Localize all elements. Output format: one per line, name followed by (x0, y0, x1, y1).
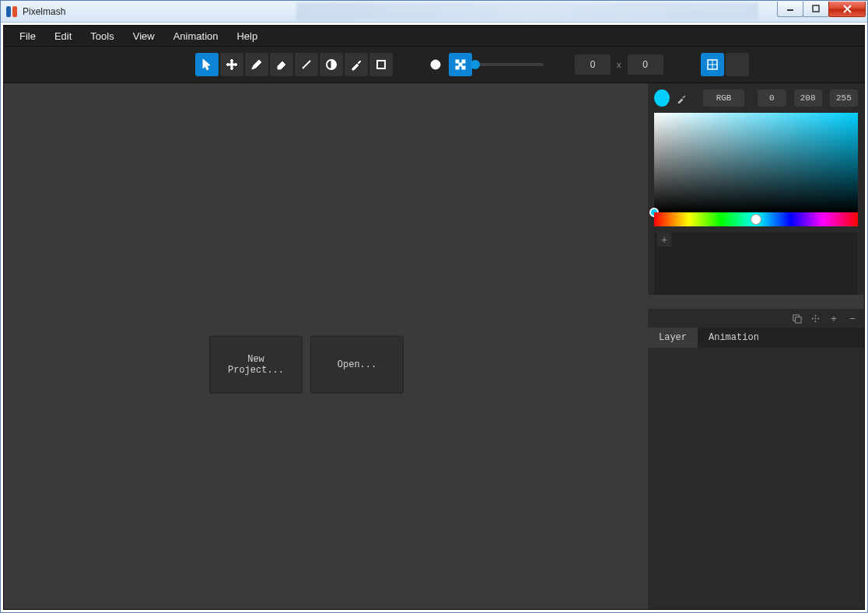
svg-point-20 (811, 317, 813, 319)
panel-gap (648, 295, 864, 309)
hue-slider[interactable] (654, 212, 858, 226)
brush-shape-group (424, 53, 544, 76)
layer-panel-body (648, 348, 864, 609)
svg-rect-0 (6, 6, 11, 17)
grid-toggle[interactable] (701, 53, 724, 76)
brush-size-knob[interactable] (471, 60, 480, 69)
app-frame: File Edit Tools View Animation Help (3, 25, 865, 610)
swatch-palette: + (654, 233, 858, 295)
brush-size-slider[interactable] (474, 63, 544, 66)
eyedropper-icon[interactable] (674, 89, 690, 107)
menu-file[interactable]: File (12, 28, 44, 44)
workspace: New Project... Open... RGB 0 (4, 83, 864, 609)
svg-rect-3 (813, 5, 819, 12)
tool-eraser[interactable] (270, 53, 293, 76)
menu-view[interactable]: View (125, 28, 163, 44)
svg-line-6 (303, 61, 310, 68)
right-panel: RGB 0 208 255 + (648, 83, 864, 609)
add-swatch-button[interactable]: + (657, 233, 671, 247)
titlebar-glass-backdrop (296, 2, 758, 20)
canvas-size-separator: x (615, 60, 623, 69)
canvas-size-group: 0 x 0 (575, 54, 663, 75)
svg-rect-19 (795, 317, 800, 322)
brush-shape-pixel[interactable] (449, 53, 472, 76)
tool-bucket[interactable] (320, 53, 343, 76)
svg-point-21 (814, 317, 816, 319)
svg-point-9 (431, 60, 440, 69)
brush-shape-circle[interactable] (424, 53, 447, 76)
window-title: Pixelmash (23, 6, 65, 17)
menubar: File Edit Tools View Animation Help (4, 26, 864, 46)
color-g-value[interactable]: 208 (794, 89, 822, 107)
canvas-height-input[interactable]: 0 (628, 54, 663, 75)
tool-line[interactable] (295, 53, 318, 76)
color-r-value[interactable]: 0 (758, 89, 786, 107)
panel-tabs: Layer Animation (648, 328, 864, 348)
svg-point-23 (814, 314, 816, 316)
menu-help[interactable]: Help (229, 28, 265, 44)
window: Pixelmash File Edit Tools View Animation… (0, 0, 868, 613)
tool-move[interactable] (220, 53, 243, 76)
svg-point-22 (817, 317, 819, 319)
tool-picker[interactable] (345, 53, 368, 76)
current-color-swatch[interactable] (654, 89, 670, 107)
titlebar: Pixelmash (1, 1, 867, 23)
tool-marquee[interactable] (369, 53, 393, 76)
color-b-value[interactable]: 255 (830, 89, 858, 107)
tab-layer[interactable]: Layer (648, 328, 698, 348)
svg-rect-11 (462, 60, 465, 63)
start-buttons: New Project... Open... (209, 336, 404, 394)
svg-rect-1 (12, 6, 17, 17)
layer-add-button[interactable]: + (825, 310, 842, 326)
layer-move-button[interactable] (807, 310, 824, 326)
window-buttons (778, 2, 866, 17)
open-button[interactable]: Open... (310, 336, 404, 394)
tool-brush[interactable] (245, 53, 268, 76)
hue-cursor[interactable] (751, 214, 761, 225)
svg-rect-10 (456, 60, 459, 63)
close-button[interactable] (828, 2, 866, 17)
color-mode-button[interactable]: RGB (703, 89, 744, 107)
layer-remove-button[interactable]: − (844, 310, 861, 326)
sv-picker[interactable] (654, 113, 858, 212)
tab-animation[interactable]: Animation (698, 328, 770, 348)
canvas-width-input[interactable]: 0 (575, 54, 611, 75)
maximize-button[interactable] (803, 2, 829, 17)
menu-edit[interactable]: Edit (47, 28, 79, 44)
svg-rect-14 (462, 66, 465, 69)
svg-rect-12 (459, 63, 462, 66)
menu-animation[interactable]: Animation (166, 28, 226, 44)
toolbar: 0 x 0 (4, 46, 864, 83)
tool-pointer[interactable] (195, 53, 219, 76)
canvas-area[interactable]: New Project... Open... (4, 83, 648, 609)
layer-action-bar: + − (648, 309, 864, 328)
layer-duplicate-button[interactable] (788, 310, 805, 326)
grid-settings[interactable] (726, 53, 749, 76)
svg-point-24 (814, 321, 816, 322)
app-icon (5, 5, 18, 18)
color-section: RGB 0 208 255 + (648, 83, 864, 295)
menu-tools[interactable]: Tools (82, 28, 121, 44)
new-project-button[interactable]: New Project... (209, 336, 303, 394)
svg-rect-13 (456, 66, 459, 69)
color-top-row: RGB 0 208 255 (654, 89, 858, 107)
tool-group-main (195, 53, 393, 76)
grid-group (701, 53, 749, 76)
minimize-button[interactable] (777, 2, 803, 17)
svg-rect-8 (377, 61, 385, 68)
